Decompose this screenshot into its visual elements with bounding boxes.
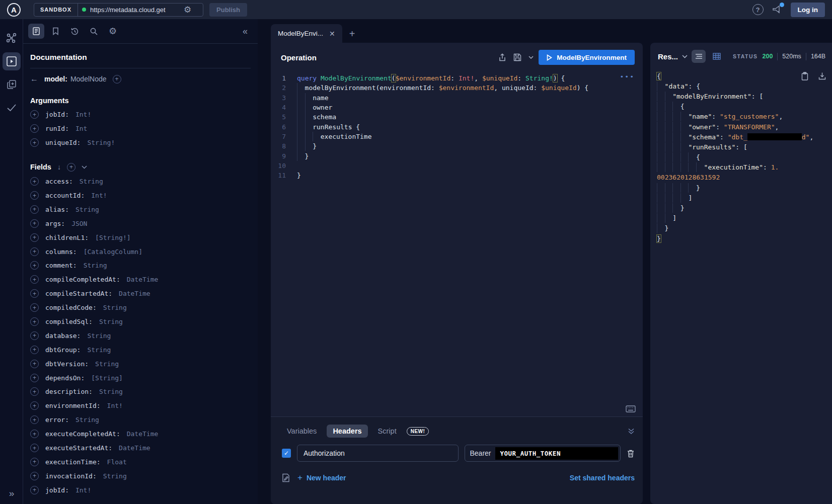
- delete-header-icon[interactable]: [627, 449, 635, 458]
- add-field-icon[interactable]: +: [30, 289, 39, 298]
- doc-field-row[interactable]: +jobId:Int!: [30, 108, 251, 122]
- download-response-icon[interactable]: [818, 72, 826, 80]
- add-field-icon[interactable]: +: [30, 331, 39, 340]
- json-view-icon[interactable]: [692, 50, 706, 63]
- doc-field-row[interactable]: +invocationId:String: [30, 469, 251, 483]
- response-dropdown-chevron-icon[interactable]: [682, 55, 688, 58]
- sort-fields-icon[interactable]: ↓: [57, 163, 61, 171]
- collapse-request-panel-icon[interactable]: [628, 428, 635, 435]
- table-view-icon[interactable]: [710, 50, 724, 63]
- back-icon[interactable]: ←: [30, 74, 38, 83]
- add-field-icon[interactable]: +: [30, 360, 39, 368]
- explorer-settings-gear-icon[interactable]: ⚙: [105, 24, 121, 39]
- save-options-chevron-icon[interactable]: [528, 56, 534, 59]
- edit-headers-icon[interactable]: [282, 473, 290, 482]
- doc-field-row[interactable]: +alias:String: [30, 202, 251, 216]
- doc-field-row[interactable]: +dbtVersion:String: [30, 357, 251, 371]
- field-type[interactable]: DateTime: [127, 276, 159, 283]
- header-value-field[interactable]: Bearer YOUR_AUTH_TOKEN: [465, 445, 621, 462]
- field-type[interactable]: String: [75, 416, 99, 424]
- checks-icon[interactable]: [3, 99, 21, 117]
- add-field-icon[interactable]: +: [30, 486, 39, 494]
- add-field-icon[interactable]: +: [30, 472, 39, 480]
- doc-field-row[interactable]: +compileCompletedAt:DateTime: [30, 273, 251, 287]
- field-type[interactable]: String: [75, 206, 99, 213]
- field-type[interactable]: String: [80, 178, 103, 185]
- field-type[interactable]: [String!]: [95, 234, 130, 241]
- field-type[interactable]: JSON: [71, 220, 87, 227]
- field-type[interactable]: DateTime: [127, 430, 159, 438]
- sandboxes-icon[interactable]: [3, 75, 21, 94]
- editor-menu-dots[interactable]: •••: [620, 73, 635, 80]
- add-field-icon[interactable]: +: [30, 346, 39, 354]
- response-json-body[interactable]: {"data": {"modelByEnvironment": [{"name"…: [650, 68, 832, 504]
- add-field-icon[interactable]: +: [30, 261, 39, 270]
- doc-field-row[interactable]: +compiledCode:String: [30, 301, 251, 315]
- add-all-fields-icon[interactable]: +: [67, 163, 75, 172]
- add-field-icon[interactable]: +: [30, 444, 39, 452]
- doc-field-row[interactable]: +uniqueId:String!: [30, 136, 251, 150]
- add-field-icon[interactable]: +: [30, 138, 39, 147]
- doc-field-row[interactable]: +compileStartedAt:DateTime: [30, 287, 251, 301]
- add-field-icon[interactable]: +: [30, 191, 39, 200]
- schema-graph-icon[interactable]: [3, 29, 21, 47]
- add-field-icon[interactable]: +: [30, 374, 39, 382]
- header-key-input[interactable]: [297, 445, 459, 462]
- field-type[interactable]: String: [87, 346, 111, 354]
- add-field-icon[interactable]: +: [30, 275, 39, 284]
- endpoint-settings-gear-icon[interactable]: ⚙: [184, 6, 191, 14]
- field-type[interactable]: Int!: [107, 402, 123, 409]
- collapse-docs-icon[interactable]: «: [243, 26, 252, 37]
- tab-headers[interactable]: Headers: [327, 425, 367, 438]
- doc-field-row[interactable]: +runId:Int: [30, 122, 251, 136]
- add-field-icon[interactable]: +: [30, 177, 39, 186]
- add-field-icon[interactable]: +: [30, 110, 39, 119]
- endpoint-url-segment[interactable]: https://metadata.cloud.get ⚙: [78, 6, 203, 14]
- doc-field-row[interactable]: +jobId:Int!: [30, 483, 251, 497]
- auth-token-value[interactable]: YOUR_AUTH_TOKEN: [495, 447, 618, 460]
- tab-variables[interactable]: Variables: [281, 425, 323, 438]
- doc-field-row[interactable]: +environmentId:Int!: [30, 399, 251, 413]
- new-tab-icon[interactable]: +: [349, 28, 355, 43]
- graphql-editor[interactable]: ••• 1query ModelByEnvironment($environme…: [271, 71, 643, 416]
- save-operation-icon[interactable]: [513, 53, 521, 61]
- add-field-icon[interactable]: +: [30, 247, 39, 256]
- share-operation-icon[interactable]: [498, 53, 506, 62]
- doc-field-row[interactable]: +access:String: [30, 175, 251, 189]
- explorer-icon[interactable]: [3, 52, 21, 70]
- doc-field-row[interactable]: +dbtGroup:String: [30, 343, 251, 357]
- field-type[interactable]: Int!: [75, 486, 91, 494]
- field-type[interactable]: String!: [87, 139, 115, 146]
- history-icon[interactable]: [66, 24, 83, 39]
- doc-field-row[interactable]: +childrenL1:[String!]: [30, 230, 251, 244]
- login-button[interactable]: Log in: [791, 3, 825, 17]
- endpoint-url[interactable]: https://metadata.cloud.get: [90, 6, 180, 14]
- documentation-tab-icon[interactable]: [28, 24, 44, 39]
- doc-field-row[interactable]: +executeCompletedAt:DateTime: [30, 427, 251, 441]
- field-type[interactable]: String: [103, 472, 127, 480]
- add-field-icon[interactable]: +: [30, 415, 39, 424]
- set-shared-headers-link[interactable]: Set shared headers: [570, 474, 635, 482]
- doc-field-row[interactable]: +comment:String: [30, 259, 251, 273]
- copy-response-icon[interactable]: [801, 72, 808, 80]
- field-type[interactable]: Float: [107, 458, 127, 466]
- announcements-icon[interactable]: [772, 5, 783, 15]
- field-type[interactable]: [CatalogColumn]: [84, 248, 142, 256]
- field-type[interactable]: String: [103, 304, 127, 311]
- operation-tab[interactable]: ModelByEnvi... ✕: [271, 24, 342, 43]
- help-icon[interactable]: ?: [752, 4, 764, 15]
- run-operation-button[interactable]: ModelByEnvironment: [539, 50, 635, 65]
- field-type[interactable]: DateTime: [119, 444, 150, 452]
- doc-field-row[interactable]: +accountId:Int!: [30, 189, 251, 203]
- new-header-button[interactable]: + New header: [297, 473, 346, 483]
- doc-field-row[interactable]: +dependsOn:[String]: [30, 371, 251, 385]
- add-field-icon[interactable]: +: [30, 233, 39, 242]
- bookmarks-icon[interactable]: [47, 24, 63, 39]
- model-type[interactable]: ModelNode: [70, 75, 107, 83]
- field-type[interactable]: String: [84, 262, 107, 269]
- add-field-icon[interactable]: +: [30, 430, 39, 438]
- add-field-icon[interactable]: +: [30, 124, 39, 133]
- add-field-icon[interactable]: +: [30, 401, 39, 410]
- doc-field-row[interactable]: +executeStartedAt:DateTime: [30, 441, 251, 455]
- doc-field-row[interactable]: +executionTime:Float: [30, 455, 251, 469]
